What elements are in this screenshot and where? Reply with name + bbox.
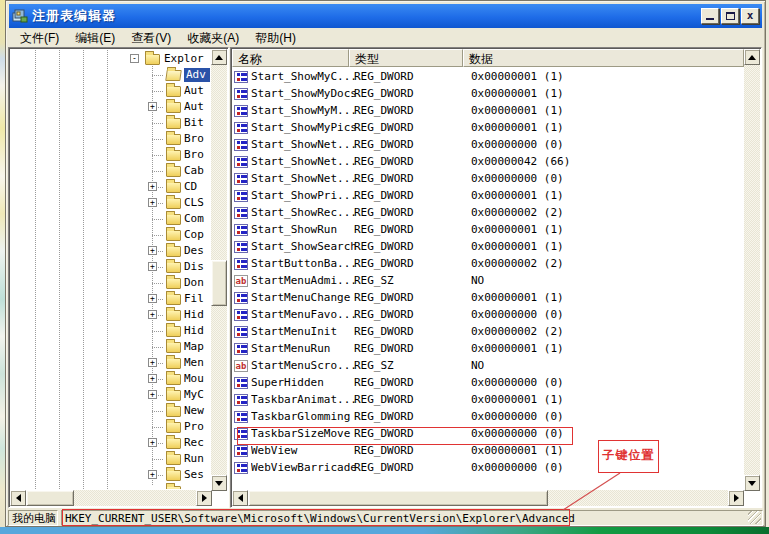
tree-hscroll-thumb[interactable] [26,490,74,506]
tree-item-label[interactable]: Bit [184,116,210,130]
value-row[interactable]: Start_ShowRunREG_DWORD0x00000001 (1) [232,221,744,238]
menu-item-3[interactable]: 收藏夹(A) [180,28,246,49]
tree-item[interactable]: +Fil [11,291,210,307]
tree-item-label[interactable]: Dis [184,260,210,274]
menu-item-0[interactable]: 文件(F) [13,28,66,49]
tree-item-label[interactable]: Don [184,276,210,290]
tree-item-label[interactable]: Cab [184,164,210,178]
value-row[interactable]: Start_ShowNet...REG_DWORD0x00000000 (0) [232,170,744,187]
value-row[interactable]: Start_ShowRec...REG_DWORD0x00000002 (2) [232,204,744,221]
tree-item-label[interactable]: Adv [184,68,210,82]
tree-item[interactable]: New [11,403,210,419]
tree-item-label[interactable]: Aut [184,100,210,114]
tree-item-label[interactable]: CD [184,180,210,194]
tree-item-label[interactable]: Des [184,244,210,258]
expand-icon[interactable]: + [148,246,157,255]
tree-item-label[interactable]: Fil [184,292,210,306]
expand-icon[interactable]: + [148,294,157,303]
collapse-icon[interactable]: - [130,54,139,63]
tree-item[interactable]: Cop [11,227,210,243]
tree-scroll-up-button[interactable] [211,49,227,65]
values-vertical-scrollbar[interactable] [744,49,760,491]
column-header-name[interactable]: 名称 [232,49,349,67]
tree-item-label[interactable]: Hid [184,324,210,338]
values-scroll-right-button[interactable] [728,490,744,506]
tree-item[interactable] [11,483,210,489]
tree-item-label[interactable]: Cop [184,228,210,242]
value-row[interactable]: Start_ShowMyM...REG_DWORD0x00000001 (1) [232,102,744,119]
tree-item[interactable]: Run [11,451,210,467]
value-row[interactable]: StartButtonBa...REG_DWORD0x00000002 (2) [232,255,744,272]
tree-item[interactable]: Bro [11,131,210,147]
tree-item-label[interactable]: Run [184,452,210,466]
tree-item[interactable]: Com [11,211,210,227]
value-row[interactable]: WebViewBarricadeREG_DWORD0x00000000 (0) [232,459,744,476]
tree-item-label[interactable]: Ses [184,468,210,482]
expand-icon[interactable]: + [148,470,157,479]
value-row[interactable]: StartMenuFavo...REG_DWORD0x00000000 (0) [232,306,744,323]
column-header-type[interactable]: 类型 [349,49,463,67]
expand-icon[interactable]: + [148,102,157,111]
tree-item-label[interactable]: Pro [184,420,210,434]
tree-item-label[interactable]: Hid [184,308,210,322]
tree-item[interactable]: -Explor [11,51,210,67]
tree-item-label[interactable]: Aut [184,84,210,98]
tree-item[interactable]: Hid [11,323,210,339]
tree-item-label[interactable]: Map [184,340,210,354]
title-bar[interactable]: 注册表编辑器 x [9,4,762,28]
tree-item[interactable]: +Rec [11,435,210,451]
values-scroll-down-button[interactable] [744,475,760,491]
tree-item[interactable]: Don [11,275,210,291]
column-header-data[interactable]: 数据 [463,49,744,67]
tree-item[interactable]: Bro [11,147,210,163]
expand-icon[interactable]: + [148,310,157,319]
value-row[interactable]: StartMenuChangeREG_DWORD0x00000001 (1) [232,289,744,306]
value-row[interactable]: abStartMenuScro...REG_SZNO [232,357,744,374]
menu-item-2[interactable]: 查看(V) [124,28,178,49]
expand-icon[interactable]: + [148,358,157,367]
value-row[interactable]: Start_ShowSearchREG_DWORD0x00000001 (1) [232,238,744,255]
value-row[interactable]: StartMenuRunREG_DWORD0x00000001 (1) [232,340,744,357]
values-scroll-left-button[interactable] [232,490,248,506]
tree-item-label[interactable]: CLS [184,196,210,210]
tree-item[interactable]: Pro [11,419,210,435]
tree-scroll-down-button[interactable] [211,475,227,491]
tree-item-label[interactable]: Mou [184,372,210,386]
expand-icon[interactable]: + [148,374,157,383]
expand-icon[interactable]: + [148,262,157,271]
values-horizontal-scrollbar[interactable] [232,490,744,506]
tree-item-label[interactable]: Explor [164,52,210,66]
tree-item[interactable]: +MyC [11,387,210,403]
value-row[interactable]: Start_ShowNet...REG_DWORD0x00000042 (66) [232,153,744,170]
tree-horizontal-scrollbar[interactable] [10,490,212,506]
expand-icon[interactable]: + [148,438,157,447]
tree-item[interactable]: +CD [11,179,210,195]
values-scroll-up-button[interactable] [744,49,760,65]
tree-item-label[interactable]: Com [184,212,210,226]
tree-item[interactable]: Aut [11,83,210,99]
value-row[interactable]: abStartMenuAdmi...REG_SZNO [232,272,744,289]
tree-item[interactable]: +Des [11,243,210,259]
tree-item-label[interactable]: Men [184,356,210,370]
value-row[interactable]: Start_ShowMyDocsREG_DWORD0x00000001 (1) [232,85,744,102]
minimize-button[interactable] [701,8,719,24]
tree-item[interactable]: +Dis [11,259,210,275]
tree-item[interactable]: +Ses [11,467,210,483]
tree-item-label[interactable]: Bro [184,132,210,146]
tree-scroll-left-button[interactable] [10,490,26,506]
tree-item[interactable]: +Hid [11,307,210,323]
tree-item[interactable]: Adv [11,67,210,83]
resize-grip[interactable] [748,511,761,524]
tree-item-label[interactable]: Rec [184,436,210,450]
tree-item[interactable]: Bit [11,115,210,131]
value-row[interactable]: WebViewREG_DWORD0x00000001 (1) [232,442,744,459]
expand-icon[interactable]: + [148,182,157,191]
tree-item-label[interactable]: MyC [184,388,210,402]
tree-item[interactable]: +Men [11,355,210,371]
value-row[interactable]: SuperHiddenREG_DWORD0x00000000 (0) [232,374,744,391]
value-row[interactable]: TaskbarAnimat...REG_DWORD0x00000001 (1) [232,391,744,408]
tree-item-label[interactable]: Bro [184,148,210,162]
tree-item[interactable]: Map [11,339,210,355]
value-row[interactable]: Start_ShowPri...REG_DWORD0x00000001 (1) [232,187,744,204]
value-row[interactable]: Start_ShowNet...REG_DWORD0x00000000 (0) [232,136,744,153]
